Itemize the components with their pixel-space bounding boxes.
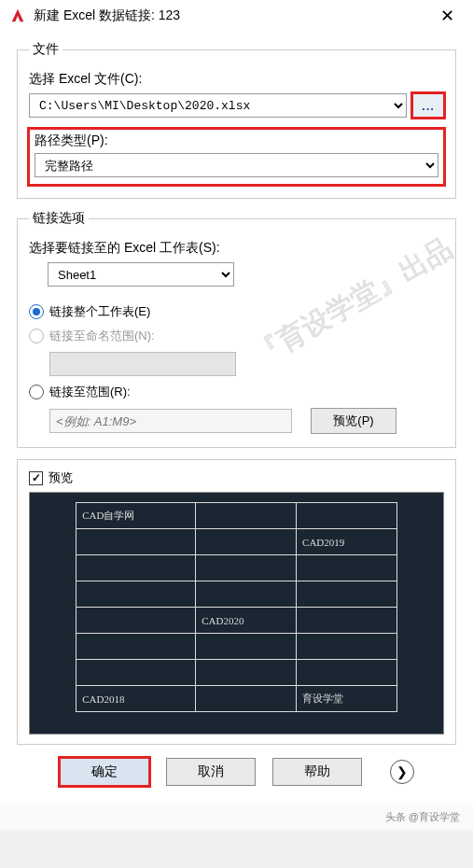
preview-table: CAD自学网 CAD2019 CAD2020 CAD2018育设学堂 (76, 502, 397, 712)
dialog-body: 文件 选择 Excel 文件(C): C:\Users\MI\Desktop\2… (0, 32, 473, 805)
file-select-label: 选择 Excel 文件(C): (29, 71, 444, 88)
table-row (77, 581, 397, 608)
table-row: CAD自学网 (77, 503, 397, 529)
radio-cell-range[interactable]: 链接至范围(R): (29, 384, 444, 400)
help-button[interactable]: 帮助 (272, 758, 362, 786)
table-row: CAD2018育设学堂 (77, 686, 397, 712)
file-legend: 文件 (29, 41, 63, 58)
sheet-select[interactable]: Sheet1 (48, 262, 234, 287)
titlebar: 新建 Excel 数据链接: 123 ✕ (0, 0, 473, 32)
sheet-select-label: 选择要链接至的 Excel 工作表(S): (29, 240, 444, 257)
table-row (77, 555, 397, 581)
checkbox-icon: ✓ (29, 471, 43, 485)
radio-named-range: 链接至命名范围(N): (29, 328, 444, 344)
range-input (49, 409, 292, 433)
ok-button[interactable]: 确定 (60, 758, 149, 786)
preview-section: ✓ 预览 CAD自学网 CAD2019 CAD2020 CAD2018育设学堂 (17, 459, 456, 745)
button-row: 确定 取消 帮助 ❯ (17, 745, 456, 791)
path-type-label: 路径类型(P): (35, 133, 438, 149)
link-legend: 链接选项 (29, 210, 89, 227)
radio-icon (29, 385, 44, 399)
browse-button[interactable]: ... (412, 93, 444, 118)
dialog-title: 新建 Excel 数据链接: 123 (34, 7, 431, 24)
preview-checkbox-label: 预览 (49, 469, 73, 486)
preview-canvas: CAD自学网 CAD2019 CAD2020 CAD2018育设学堂 (29, 492, 444, 735)
table-row (77, 660, 397, 686)
app-logo-icon (9, 7, 26, 24)
close-icon[interactable]: ✕ (431, 6, 464, 26)
cancel-button[interactable]: 取消 (166, 758, 256, 786)
radio-whole-sheet[interactable]: 链接整个工作表(E) (29, 303, 444, 320)
radio-icon (29, 304, 44, 319)
dialog-window: 新建 Excel 数据链接: 123 ✕ 文件 选择 Excel 文件(C): … (0, 0, 473, 830)
table-row: CAD2019 (77, 529, 397, 555)
preview-button[interactable]: 预览(P) (311, 408, 396, 434)
link-options-section: 链接选项 『育设学堂』出品 选择要链接至的 Excel 工作表(S): Shee… (17, 210, 456, 448)
radio-whole-label: 链接整个工作表(E) (49, 303, 150, 320)
footer-attribution: 头条 @育设学堂 (0, 805, 473, 830)
preview-checkbox[interactable]: ✓ 预览 (29, 469, 444, 486)
named-range-select (49, 352, 236, 376)
file-path-select[interactable]: C:\Users\MI\Desktop\2020.xlsx (29, 93, 407, 118)
expand-icon[interactable]: ❯ (390, 760, 414, 784)
path-type-select[interactable]: 完整路径 (35, 153, 438, 177)
table-row (77, 634, 397, 660)
radio-range-label: 链接至范围(R): (49, 384, 131, 400)
radio-named-label: 链接至命名范围(N): (49, 328, 155, 344)
table-row: CAD2020 (77, 608, 397, 634)
radio-icon (29, 329, 44, 343)
file-section: 文件 选择 Excel 文件(C): C:\Users\MI\Desktop\2… (17, 41, 456, 199)
